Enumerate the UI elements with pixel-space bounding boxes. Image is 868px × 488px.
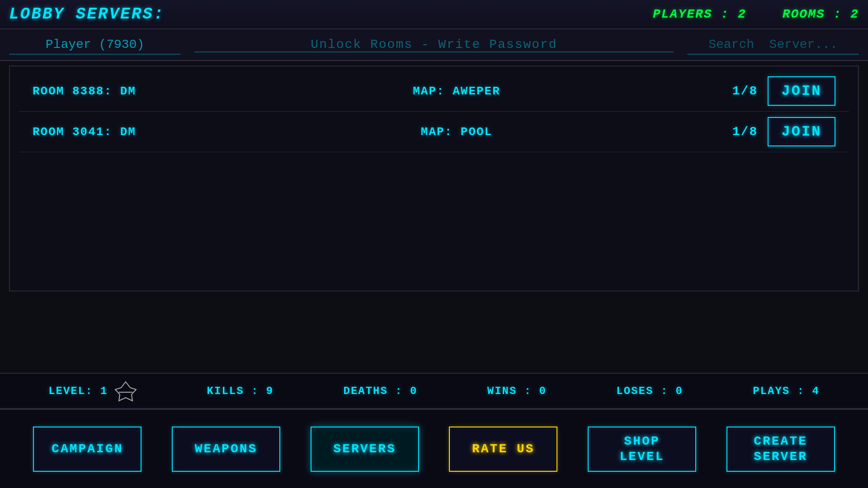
lobby-title: LOBBY SERVERS: [9, 5, 181, 23]
players-count: PLAYERS : 2 [653, 7, 746, 21]
room-list: ROOM 8388: DM MAP: AWEPER 1/8 JOIN ROOM … [10, 66, 858, 157]
table-row: ROOM 3041: DM MAP: POOL 1/8 JOIN [19, 112, 849, 152]
create-server-button[interactable]: CREATE SERVER [726, 427, 835, 472]
stats-bar: LEVEL: 1 KILLS : 9 DEATHS : 0 WINS : 0 L… [0, 373, 868, 409]
wins-stat: WINS : 0 [487, 385, 547, 397]
password-input[interactable] [194, 38, 674, 52]
plays-stat: PLAYS : 4 [753, 385, 820, 397]
table-row: ROOM 8388: DM MAP: AWEPER 1/8 JOIN [19, 71, 849, 112]
room-slots: 1/8 [722, 125, 768, 139]
room-slots: 1/8 [722, 84, 768, 98]
bottom-nav: CAMPAIGN WEAPONS SERVERS RATE US SHOP LE… [0, 409, 868, 488]
join-button[interactable]: JOIN [768, 76, 835, 106]
join-button[interactable]: JOIN [768, 117, 835, 146]
svg-marker-0 [115, 382, 136, 401]
player-bar [0, 29, 868, 61]
room-map: MAP: AWEPER [191, 84, 722, 98]
room-map: MAP: POOL [191, 125, 722, 139]
level-badge-icon [114, 380, 137, 402]
search-input[interactable] [687, 35, 859, 55]
rate-us-button[interactable]: RATE US [449, 427, 557, 472]
campaign-button[interactable]: CAMPAIGN [33, 427, 142, 472]
kills-stat: KILLS : 9 [207, 385, 274, 397]
weapons-button[interactable]: WEAPONS [172, 427, 280, 472]
room-name: ROOM 8388: DM [33, 84, 191, 98]
loses-stat: LOSES : 0 [616, 385, 683, 397]
room-list-panel: ROOM 8388: DM MAP: AWEPER 1/8 JOIN ROOM … [9, 66, 859, 291]
header-top-bar: LOBBY SERVERS: PLAYERS : 2 ROOMS : 2 [0, 0, 868, 29]
player-name-input[interactable] [9, 35, 181, 55]
shop-level-button[interactable]: SHOP LEVEL [588, 427, 696, 472]
servers-button[interactable]: SERVERS [311, 427, 419, 472]
room-name: ROOM 3041: DM [33, 125, 191, 139]
deaths-stat: DEATHS : 0 [344, 385, 418, 397]
level-stat: LEVEL: 1 [48, 380, 137, 402]
rooms-count: ROOMS : 2 [783, 7, 859, 21]
